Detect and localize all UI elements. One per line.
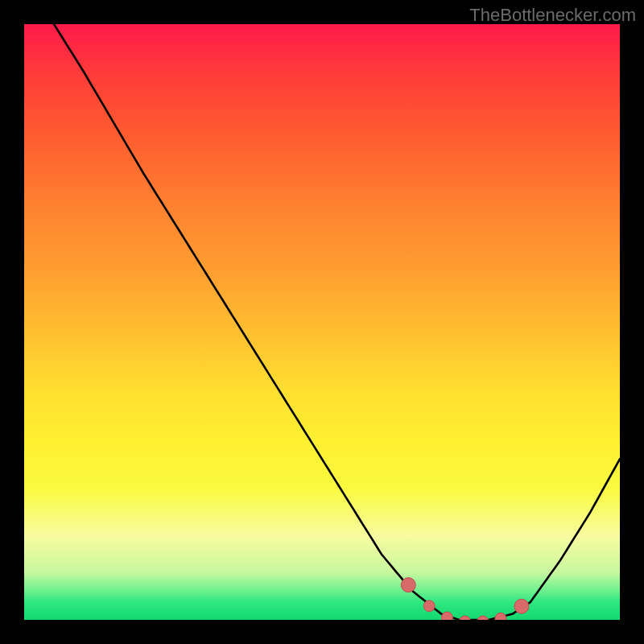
attribution-label: TheBottlenecker.com [469, 5, 636, 26]
chart-plot-area [24, 24, 620, 620]
chart-svg [24, 24, 620, 620]
highlight-dots [401, 578, 529, 620]
chart-container: TheBottlenecker.com [0, 0, 644, 644]
bottleneck-curve [54, 24, 620, 620]
